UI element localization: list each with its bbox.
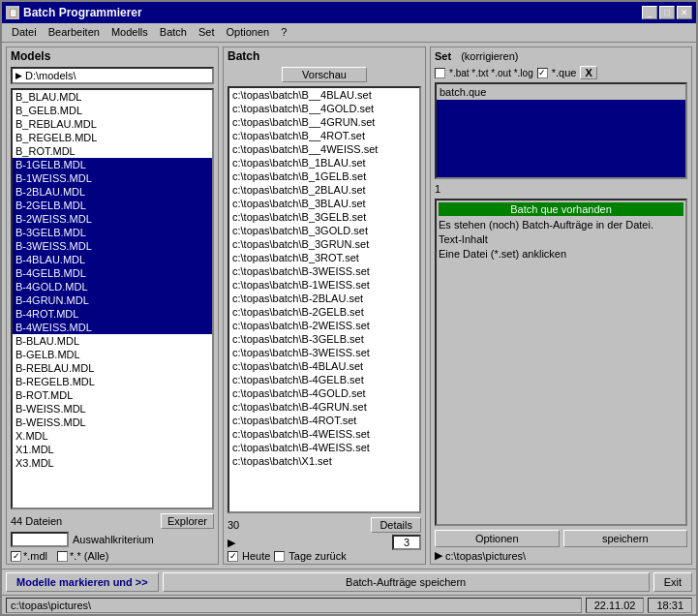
models-list-item[interactable]: B-4GRUN.MDL [13, 293, 212, 307]
optionen-button[interactable]: Optionen [435, 530, 560, 547]
models-list-item[interactable]: X.MDL [13, 429, 212, 443]
batch-list-item[interactable]: c:\topas\batch\B__4GOLD.set [229, 102, 419, 115]
models-bottom: 44 Dateien Explorer Auswahlkriterium *.m… [7, 511, 218, 564]
batch-list-item[interactable]: c:\topas\batch\B-2WEISS.set [229, 319, 419, 332]
batch-list-item[interactable]: c:\topas\batch\B__4WEISS.set [229, 142, 419, 156]
models-list-item[interactable]: X3.MDL [13, 456, 212, 470]
explorer-button[interactable]: Explorer [161, 513, 214, 529]
models-list-item[interactable]: B-3GELB.MDL [13, 226, 212, 239]
models-panel: Models ▶ D:\models\ B_BLAU.MDLB_GELB.MDL… [6, 46, 219, 565]
set-file-list[interactable]: batch.que [435, 82, 687, 179]
menu-item-datei[interactable]: Datei [6, 25, 43, 40]
models-list-item[interactable]: B_GELB.MDL [13, 104, 212, 117]
models-list-item[interactable]: B-3WEISS.MDL [13, 239, 212, 253]
set-close-button[interactable]: X [580, 66, 596, 79]
menu-item-bearbeiten[interactable]: Bearbeiten [43, 25, 106, 40]
main-content: Models ▶ D:\models\ B_BLAU.MDLB_GELB.MDL… [2, 43, 696, 569]
exit-button[interactable]: Exit [653, 572, 692, 592]
set-panel: Set (korrigieren) *.bat *.txt *.out *.lo… [430, 46, 692, 565]
tage-checkbox[interactable] [274, 551, 285, 562]
days-input[interactable] [392, 535, 421, 550]
batch-list-item[interactable]: c:\topas\batch\B-2BLAU.set [229, 292, 419, 305]
menu-bar: DateiBearbeitenModellsBatchSetOptionen? [2, 23, 696, 43]
batch-list-item[interactable]: c:\topas\batch\B__4GRUN.set [229, 115, 419, 129]
batch-list-item[interactable]: c:\topas\batch\B-1WEISS.set [229, 278, 419, 292]
models-list-item[interactable]: B-REGELB.MDL [13, 375, 212, 388]
menu-item-optionen[interactable]: Optionen [220, 25, 275, 40]
models-list-item[interactable]: B-ROT.MDL [13, 388, 212, 402]
models-list-item[interactable]: B-4GELB.MDL [13, 266, 212, 280]
batch-list-item[interactable]: c:\topas\batch\X1.set [229, 454, 419, 468]
models-list-item[interactable]: B-BLAU.MDL [13, 334, 212, 348]
batch-list-item[interactable]: c:\topas\batch\B-4GRUN.set [229, 400, 419, 414]
speichern-button[interactable]: speichern [563, 530, 688, 547]
batch-list-item[interactable]: c:\topas\batch\B-4BLAU.set [229, 359, 419, 373]
batch-list-item[interactable]: c:\topas\batch\B-2GELB.set [229, 305, 419, 319]
models-list-item[interactable]: B-1WEISS.MDL [13, 171, 212, 185]
models-list-item[interactable]: B-2BLAU.MDL [13, 185, 212, 199]
set-btn-row: Optionen speichern [435, 530, 687, 547]
batch-list-item[interactable]: c:\topas\batch\B-3WEISS.set [229, 346, 419, 359]
menu-item-modells[interactable]: Modells [106, 25, 154, 40]
batch-info-title: Batch que vorhanden [439, 202, 683, 216]
models-list-item[interactable]: X1.MDL [13, 443, 212, 456]
filter-input[interactable] [11, 532, 69, 547]
models-list[interactable]: B_BLAU.MDLB_GELB.MDLB_REBLAU.MDLB_REGELB… [11, 88, 214, 509]
batch-list-item[interactable]: c:\topas\batch\B-3GELB.set [229, 332, 419, 346]
batch-list-item[interactable]: c:\topas\batch\B-4WEISS.set [229, 441, 419, 454]
models-list-item[interactable]: B-GELB.MDL [13, 348, 212, 361]
models-list-item[interactable]: B-WEISS.MDL [13, 402, 212, 416]
close-button[interactable]: ✕ [677, 6, 692, 19]
models-path-bar: ▶ D:\models\ [11, 67, 214, 84]
batch-list-item[interactable]: c:\topas\batch\B-4ROT.set [229, 414, 419, 427]
batch-list-item[interactable]: c:\topas\batch\B_3BLAU.set [229, 197, 419, 210]
models-list-item[interactable]: B-WEISS.MDL [13, 416, 212, 429]
tage-label: Tage zurück [288, 550, 346, 562]
mdl-checkbox[interactable] [11, 551, 21, 562]
batch-list-item[interactable]: c:\topas\batch\B__4BLAU.set [229, 88, 419, 102]
models-list-item[interactable]: B_REGELB.MDL [13, 131, 212, 144]
models-list-item[interactable]: B-2GELB.MDL [13, 199, 212, 212]
batch-list-item[interactable]: c:\topas\batch\B_3GELB.set [229, 210, 419, 224]
que-checkbox[interactable] [537, 68, 548, 78]
models-list-item[interactable]: B_REBLAU.MDL [13, 117, 212, 131]
batch-list-item[interactable]: c:\topas\batch\B-4WEISS.set [229, 427, 419, 441]
set-title-row: Set (korrigieren) [431, 47, 691, 65]
preview-button[interactable]: Vorschau [282, 67, 367, 82]
models-list-item[interactable]: B-4WEISS.MDL [13, 321, 212, 334]
menu-item-?[interactable]: ? [275, 25, 292, 40]
modelle-markieren-button[interactable]: Modelle markieren und >> [6, 572, 159, 592]
batch-list-item[interactable]: c:\topas\batch\B-3WEISS.set [229, 264, 419, 278]
play-icon[interactable]: ▶ [228, 537, 235, 549]
bat-checkbox[interactable] [435, 68, 445, 78]
models-list-item[interactable]: B-4GOLD.MDL [13, 280, 212, 293]
maximize-button[interactable]: □ [659, 6, 675, 19]
all-checkbox[interactable] [57, 551, 68, 562]
window-controls: _ □ ✕ [642, 6, 692, 19]
batch-list-item[interactable]: c:\topas\batch\B-4GELB.set [229, 373, 419, 386]
batch-list-item[interactable]: c:\topas\batch\B_3ROT.set [229, 251, 419, 264]
models-list-item[interactable]: B_ROT.MDL [13, 144, 212, 158]
batch-list-item[interactable]: c:\topas\batch\B_1BLAU.set [229, 156, 419, 169]
batch-list-item[interactable]: c:\topas\batch\B-4GOLD.set [229, 386, 419, 400]
batch-list-item[interactable]: c:\topas\batch\B__4ROT.set [229, 129, 419, 142]
models-list-item[interactable]: B-4BLAU.MDL [13, 253, 212, 266]
models-list-item[interactable]: B-REBLAU.MDL [13, 361, 212, 375]
models-list-item[interactable]: B-4ROT.MDL [13, 307, 212, 321]
heute-checkbox[interactable] [228, 551, 238, 562]
batch-list[interactable]: c:\topas\batch\B__4BLAU.setc:\topas\batc… [228, 86, 421, 513]
checkbox-line: *.mdl *.* (Alle) [11, 550, 214, 562]
set-list-item[interactable]: batch.que [437, 84, 685, 100]
minimize-button[interactable]: _ [642, 6, 657, 19]
batch-list-item[interactable]: c:\topas\batch\B_2BLAU.set [229, 183, 419, 197]
menu-item-set[interactable]: Set [193, 25, 221, 40]
batch-list-item[interactable]: c:\topas\batch\B_1GELB.set [229, 169, 419, 183]
batch-list-item[interactable]: c:\topas\batch\B_3GRUN.set [229, 237, 419, 251]
batch-list-item[interactable]: c:\topas\batch\B_3GOLD.set [229, 224, 419, 237]
batch-speichern-button[interactable]: Batch-Aufträge speichern [163, 572, 650, 592]
models-list-item[interactable]: B-1GELB.MDL [13, 158, 212, 171]
models-list-item[interactable]: B_BLAU.MDL [13, 90, 212, 104]
details-button[interactable]: Details [371, 517, 421, 533]
menu-item-batch[interactable]: Batch [154, 25, 193, 40]
models-list-item[interactable]: B-2WEISS.MDL [13, 212, 212, 226]
